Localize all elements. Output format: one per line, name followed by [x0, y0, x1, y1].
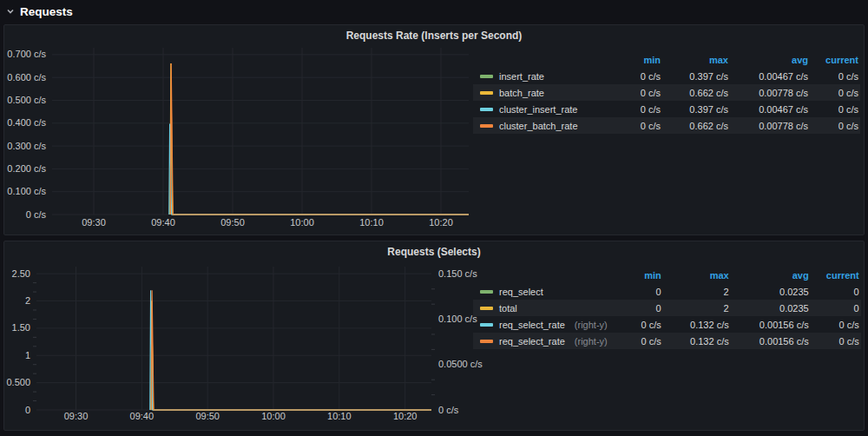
- legend-value-min: 0 c/s: [608, 84, 662, 101]
- legend-col-avg[interactable]: avg: [730, 51, 810, 68]
- x-axis-tick-label: 09:40: [151, 217, 175, 228]
- legend-value-min: 0 c/s: [608, 117, 662, 134]
- legend-value-avg: 0.0235: [731, 283, 811, 300]
- x-axis-tick-label: 10:00: [261, 411, 286, 421]
- legend-value-max: 0.662 c/s: [662, 117, 730, 134]
- chevron-down-icon: [6, 7, 15, 16]
- legend-value-avg: 0.00156 c/s: [731, 316, 811, 333]
- panel-title[interactable]: Requests (Selects): [4, 246, 864, 258]
- legend-series-swatch: [480, 124, 493, 128]
- y-axis-tick-label: 0.200 c/s: [7, 163, 46, 174]
- legend-value-max: 0.397 c/s: [662, 101, 730, 117]
- y-axis-tick-label: 0.500: [6, 377, 30, 387]
- legend-value-min: 0 c/s: [609, 333, 663, 349]
- legend-value-min: 0 c/s: [609, 316, 663, 333]
- series-label[interactable]: req_select: [499, 287, 543, 297]
- legend-value-current: 0 c/s: [810, 117, 860, 134]
- legend-series-swatch: [480, 340, 493, 343]
- legend-header-spacer: [473, 267, 609, 283]
- legend-table: minmaxavgcurrentreq_select020.02350total…: [473, 267, 860, 349]
- panel-requests-rate: Requests Rate (Inserts per Second) 09:30…: [3, 24, 865, 235]
- legend-value-current: 0 c/s: [810, 68, 860, 84]
- y-axis-tick-label: 0.600 c/s: [7, 72, 46, 83]
- y-axis-tick-label: 0.700 c/s: [7, 49, 46, 59]
- x-axis-tick-label: 10:10: [359, 217, 384, 228]
- y-axis-tick-label: 0.500 c/s: [7, 95, 46, 105]
- legend-value-min: 0: [609, 300, 663, 316]
- y-axis-tick-label: 0.400 c/s: [7, 117, 46, 128]
- legend-col-min[interactable]: min: [609, 267, 663, 283]
- x-axis-tick-label: 10:10: [327, 411, 352, 421]
- section-title: Requests: [20, 5, 73, 18]
- right-y-axis-tick-label: 0 c/s: [438, 405, 459, 415]
- legend-series-name[interactable]: total: [473, 300, 609, 316]
- x-axis-tick-label: 09:50: [195, 411, 220, 421]
- legend-series-name[interactable]: insert_rate: [473, 68, 608, 84]
- legend-table: minmaxavgcurrentinsert_rate0 c/s0.397 c/…: [473, 51, 860, 134]
- right-y-axis-tick-label: 0.150 c/s: [438, 268, 477, 279]
- legend-value-max: 0.397 c/s: [662, 68, 730, 84]
- legend-col-current[interactable]: current: [811, 267, 861, 283]
- legend-value-avg: 0.0235: [731, 300, 811, 316]
- series-label[interactable]: req_select_rate: [499, 320, 565, 330]
- series-axis-suffix: (right-y): [575, 336, 608, 347]
- legend-series-swatch: [480, 323, 493, 327]
- legend-value-current: 0 c/s: [810, 101, 860, 117]
- series-line-req_select_rate: [150, 290, 431, 410]
- series-label[interactable]: total: [499, 303, 517, 314]
- series-label[interactable]: cluster_batch_rate: [499, 121, 578, 131]
- legend-series-name[interactable]: batch_rate: [473, 84, 608, 101]
- legend-value-avg: 0.00778 c/s: [730, 117, 810, 134]
- time-series-chart: 09:3009:4009:5010:0010:1010:200 c/s0.100…: [4, 46, 482, 233]
- legend-value-max: 2: [663, 283, 731, 300]
- legend-col-current[interactable]: current: [810, 51, 860, 68]
- x-axis-tick-label: 09:30: [82, 217, 106, 228]
- legend-col-max[interactable]: max: [663, 267, 731, 283]
- legend-series-name[interactable]: cluster_insert_rate: [473, 101, 608, 117]
- series-axis-suffix: (right-y): [575, 320, 608, 330]
- series-label[interactable]: req_select_rate: [499, 336, 565, 347]
- x-axis-tick-label: 10:20: [429, 217, 453, 228]
- y-axis-tick-label: 1: [25, 350, 30, 360]
- legend-series-name[interactable]: cluster_batch_rate: [473, 117, 608, 134]
- legend-value-current: 0: [811, 300, 861, 316]
- section-header-requests[interactable]: Requests: [0, 0, 868, 23]
- x-axis-tick-label: 09:40: [130, 411, 155, 421]
- legend-value-max: 0.132 c/s: [663, 316, 731, 333]
- right-y-axis-tick-label: 0.0500 c/s: [438, 359, 483, 369]
- x-axis-tick-label: 09:30: [64, 411, 89, 421]
- y-axis-tick-label: 0.100 c/s: [7, 186, 46, 196]
- panel-requests-selects: Requests (Selects) 09:3009:4009:5010:001…: [3, 241, 865, 431]
- legend-col-max[interactable]: max: [662, 51, 730, 68]
- legend-series-name[interactable]: req_select_rate(right-y): [473, 333, 609, 349]
- legend-value-current: 0 c/s: [811, 316, 861, 333]
- y-axis-tick-label: 2.50: [12, 268, 30, 279]
- series-label[interactable]: insert_rate: [499, 71, 544, 82]
- series-label[interactable]: cluster_insert_rate: [499, 104, 578, 115]
- time-series-chart: 09:3009:4009:5010:0010:1010:2000.50011.5…: [4, 262, 490, 429]
- x-axis-tick-label: 10:00: [290, 217, 314, 228]
- legend-series-swatch: [480, 91, 493, 95]
- legend-value-avg: 0.00778 c/s: [730, 84, 810, 101]
- legend-value-min: 0 c/s: [608, 68, 662, 84]
- legend-value-current: 0 c/s: [810, 84, 860, 101]
- panel-title[interactable]: Requests Rate (Inserts per Second): [4, 30, 864, 42]
- y-axis-tick-label: 1.50: [12, 322, 30, 333]
- legend-value-current: 0 c/s: [811, 333, 861, 349]
- y-axis-tick-label: 0 c/s: [26, 209, 47, 220]
- legend-value-avg: 0.00467 c/s: [730, 68, 810, 84]
- legend-series-swatch: [480, 307, 493, 310]
- y-axis-tick-label: 2: [25, 295, 30, 306]
- legend-value-avg: 0.00156 c/s: [731, 333, 811, 349]
- series-label[interactable]: batch_rate: [499, 88, 544, 98]
- y-axis-tick-label: 0.300 c/s: [7, 141, 46, 151]
- legend-col-avg[interactable]: avg: [731, 267, 811, 283]
- y-axis-tick-label: 0: [25, 405, 30, 415]
- legend-series-swatch: [480, 108, 493, 111]
- legend-col-min[interactable]: min: [608, 51, 662, 68]
- legend-series-name[interactable]: req_select: [473, 283, 609, 300]
- series-line-req_select_rate: [151, 290, 431, 410]
- right-y-axis-tick-label: 0.100 c/s: [438, 314, 477, 324]
- legend-series-name[interactable]: req_select_rate(right-y): [473, 316, 609, 333]
- x-axis-tick-label: 09:50: [220, 217, 245, 228]
